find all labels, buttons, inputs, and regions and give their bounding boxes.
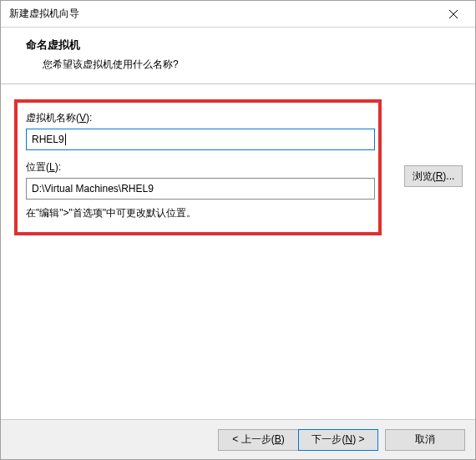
- location-label: 位置(L):: [26, 160, 370, 174]
- vm-name-row: 虚拟机名称(V): RHEL9: [26, 111, 370, 150]
- highlight-box: 虚拟机名称(V): RHEL9 位置(L): 在"编辑">"首选项"中可更改默认…: [14, 99, 382, 235]
- cancel-button[interactable]: 取消: [385, 429, 465, 451]
- vm-name-value: RHEL9: [32, 134, 64, 145]
- close-icon: [449, 10, 458, 18]
- hint-text: 在"编辑">"首选项"中可更改默认位置。: [26, 206, 370, 220]
- vm-name-input[interactable]: RHEL9: [26, 129, 375, 150]
- location-input[interactable]: [26, 178, 375, 200]
- next-button[interactable]: 下一步(N) >: [298, 429, 378, 451]
- wizard-footer: < 上一步(B) 下一步(N) > 取消: [1, 419, 475, 459]
- vm-name-label: 虚拟机名称(V):: [26, 111, 370, 125]
- close-button[interactable]: [435, 3, 472, 26]
- page-title: 命名虚拟机: [26, 38, 462, 53]
- back-button[interactable]: < 上一步(B): [218, 429, 298, 451]
- location-row: 位置(L):: [26, 160, 370, 200]
- titlebar: 新建虚拟机向导: [1, 1, 475, 28]
- page-subtitle: 您希望该虚拟机使用什么名称?: [26, 58, 462, 72]
- window-title: 新建虚拟机向导: [9, 7, 79, 21]
- nav-button-group: < 上一步(B) 下一步(N) >: [218, 429, 378, 451]
- browse-button[interactable]: 浏览(R)...: [404, 165, 463, 187]
- wizard-window: 新建虚拟机向导 命名虚拟机 您希望该虚拟机使用什么名称? 虚拟机名称(V): R…: [0, 0, 476, 460]
- text-caret: [65, 134, 66, 145]
- content-area: 虚拟机名称(V): RHEL9 位置(L): 在"编辑">"首选项"中可更改默认…: [1, 84, 475, 419]
- wizard-header: 命名虚拟机 您希望该虚拟机使用什么名称?: [1, 28, 475, 84]
